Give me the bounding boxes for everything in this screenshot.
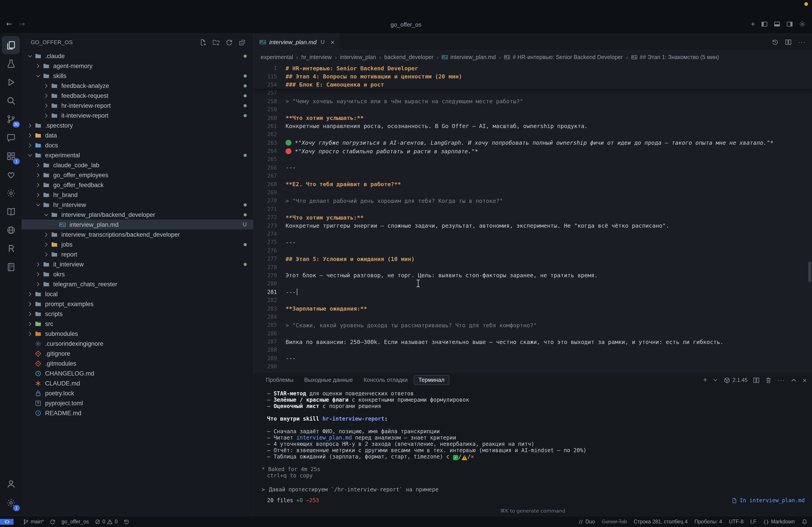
code-line-258[interactable]: 258> "Чему хочешь научиться или в чём вы… bbox=[253, 97, 812, 105]
terminal-prompt-line[interactable]: > Давай протестируем `/hr-interview-repo… bbox=[253, 484, 812, 495]
breadcrumb-item-4[interactable]: interview_plan.md bbox=[442, 54, 496, 60]
code-line-270[interactable]: 270> "Что делает рабочий день хорошим дл… bbox=[253, 197, 812, 205]
status-cursor-tab[interactable]: Cursor Tab bbox=[601, 519, 627, 524]
activity-search[interactable] bbox=[2, 91, 20, 109]
panel-more-actions-icon[interactable]: ··· bbox=[777, 376, 785, 383]
code-line-262[interactable]: 262 bbox=[253, 130, 812, 139]
code-line-282[interactable]: 282 bbox=[253, 296, 812, 304]
tree-item-feedback-analyze[interactable]: feedback-analyze bbox=[21, 81, 253, 91]
scrollbar-thumb[interactable] bbox=[808, 261, 811, 282]
breadcrumb-item-1[interactable]: hr_interview bbox=[301, 54, 332, 60]
tree-item-skills[interactable]: skills bbox=[21, 71, 253, 81]
activity-account[interactable] bbox=[2, 475, 20, 493]
code-editor[interactable]: 1# HR-интервью: Senior Backend Developer… bbox=[253, 64, 812, 372]
code-line-265[interactable]: 265 bbox=[253, 155, 812, 164]
tree-item-interview-plan-backend-developer[interactable]: interview_plan/backend_developer bbox=[21, 210, 253, 220]
tree-item-go-offer-feedback[interactable]: go_offer_feedback bbox=[21, 180, 253, 190]
new-window-button[interactable]: + bbox=[751, 20, 755, 28]
code-line-115[interactable]: 115## Этап 4: Вопросы по мотивации и цен… bbox=[253, 72, 812, 81]
activity-source-control[interactable]: 20 bbox=[2, 110, 20, 128]
close-panel-icon[interactable]: × bbox=[802, 376, 807, 384]
status-indentation[interactable]: Пробелы: 4 bbox=[695, 519, 722, 524]
tree-item-docs[interactable]: docs bbox=[21, 140, 253, 150]
status-encoding[interactable]: UTF-8 bbox=[729, 519, 743, 524]
code-line-275[interactable]: 275--- bbox=[253, 238, 812, 246]
code-line-283[interactable]: 283**Зарплатные ожидания:** bbox=[253, 304, 812, 313]
tree-item-local[interactable]: local bbox=[21, 289, 253, 299]
tree-item-telegram-chats-reester[interactable]: telegram_chats_reester bbox=[21, 279, 253, 289]
tree-item-changelog.md[interactable]: CHANGELOG.md bbox=[21, 368, 253, 378]
code-line-290[interactable]: 290 bbox=[253, 362, 812, 371]
collapse-folders-icon[interactable] bbox=[238, 39, 246, 46]
code-line-279[interactable]: 279Этот блок — честный разговор, не торг… bbox=[253, 271, 812, 280]
tree-item-claude.md[interactable]: CLAUDE.md bbox=[21, 378, 253, 388]
code-line-288[interactable]: 288 bbox=[253, 346, 812, 354]
status-duo[interactable]: Duo bbox=[578, 519, 595, 525]
tree-item-pyproject.toml[interactable]: pyproject.toml bbox=[21, 398, 253, 408]
code-line-1[interactable]: 1# HR-интервью: Senior Backend Developer bbox=[253, 64, 812, 72]
close-tab-icon[interactable]: × bbox=[331, 38, 334, 46]
activity-testing[interactable] bbox=[2, 55, 20, 73]
code-line-264[interactable]: 264 *"Хочу просто стабильно работать и р… bbox=[253, 147, 812, 155]
toggle-sidebar-icon[interactable] bbox=[761, 20, 768, 27]
split-editor-icon[interactable] bbox=[785, 39, 792, 45]
activity-health[interactable] bbox=[2, 165, 20, 183]
tree-item-experimental[interactable]: experimental bbox=[21, 150, 253, 160]
code-line-260[interactable]: 260**Что хотим услышать:** bbox=[253, 114, 812, 122]
tree-item-scripts[interactable]: scripts bbox=[21, 309, 253, 319]
settings-gear-icon[interactable] bbox=[799, 20, 806, 27]
activity-explorer[interactable] bbox=[2, 36, 20, 54]
activity-run-debug[interactable] bbox=[2, 73, 20, 91]
tree-item-.gitignore[interactable]: .gitignore bbox=[21, 348, 253, 358]
tree-item-claude-code-lab[interactable]: claude_code_lab bbox=[21, 160, 253, 170]
code-line-263[interactable]: 263 *"Хочу глубже погрузиться в AI-агент… bbox=[253, 139, 812, 147]
tree-item-data[interactable]: data bbox=[21, 130, 253, 140]
terminal-profile-dropdown-icon[interactable] bbox=[713, 377, 718, 383]
split-terminal-icon[interactable] bbox=[753, 377, 760, 383]
code-line-280[interactable]: 280 bbox=[253, 280, 812, 288]
status-remote[interactable] bbox=[0, 519, 14, 525]
tree-item-hr-interview-report[interactable]: hr-interview-report bbox=[21, 101, 253, 110]
code-line-278[interactable]: 278 bbox=[253, 263, 812, 271]
code-line-284[interactable]: 284 bbox=[253, 313, 812, 321]
activity-extensions[interactable]: 1 bbox=[2, 147, 20, 165]
new-file-icon[interactable] bbox=[199, 39, 207, 46]
activity-settings[interactable]: 1 bbox=[2, 494, 20, 512]
refresh-explorer-icon[interactable] bbox=[226, 39, 233, 46]
tree-item-readme.md[interactable]: README.md bbox=[21, 408, 253, 418]
toggle-secondary-sidebar-icon[interactable] bbox=[786, 20, 793, 27]
status-problems[interactable]: 00 bbox=[95, 519, 118, 525]
tree-item-it-interview-report[interactable]: it-interview-report bbox=[21, 110, 253, 120]
tree-item-poetry.lock[interactable]: poetry.lock bbox=[21, 388, 253, 398]
tree-item-interview-plan.md[interactable]: interview_plan.mdU bbox=[21, 220, 253, 229]
code-line-266[interactable]: 266--- bbox=[253, 163, 812, 172]
tree-item-interview-transcriptions-backend-developer[interactable]: interview_transcriptions/backend_develop… bbox=[21, 229, 253, 239]
code-line-259[interactable]: 259 bbox=[253, 105, 812, 114]
activity-web[interactable] bbox=[2, 221, 20, 239]
panel-tab-3[interactable]: Терминал bbox=[414, 375, 449, 385]
tree-item-okrs[interactable]: okrs bbox=[21, 269, 253, 279]
code-line-269[interactable]: 269 bbox=[253, 189, 812, 197]
tree-item-hr-interview[interactable]: hr_interview bbox=[21, 200, 253, 210]
nav-back-button[interactable]: ← bbox=[6, 20, 12, 28]
tree-item-.specstory[interactable]: .specstory bbox=[21, 120, 253, 130]
status-notifications[interactable] bbox=[802, 519, 808, 525]
code-line-274[interactable]: 274 bbox=[253, 230, 812, 238]
kill-terminal-icon[interactable] bbox=[765, 377, 772, 383]
panel-tab-0[interactable]: Проблемы bbox=[261, 375, 299, 385]
tree-item-report[interactable]: report bbox=[21, 249, 253, 259]
tree-item-.gitmodules[interactable]: .gitmodules bbox=[21, 358, 253, 368]
code-line-276[interactable]: 276 bbox=[253, 246, 812, 255]
new-terminal-icon[interactable]: + bbox=[703, 376, 707, 383]
toggle-panel-icon[interactable] bbox=[774, 20, 780, 27]
activity-tools[interactable] bbox=[2, 184, 20, 202]
tree-item-agent-memory[interactable]: agent-memory bbox=[21, 61, 253, 71]
code-line-268[interactable]: 268**E2. Что тебя драйвит в работе?** bbox=[253, 180, 812, 189]
status-eol[interactable]: LF bbox=[751, 519, 756, 524]
status-project[interactable]: go_offer_os bbox=[61, 519, 89, 524]
code-line-287[interactable]: 287Вилка по вакансии: 250–300k. Если наз… bbox=[253, 338, 812, 346]
activity-chat[interactable] bbox=[2, 129, 20, 147]
tree-item-.claude[interactable]: .claude bbox=[21, 51, 253, 61]
code-line-271[interactable]: 271 bbox=[253, 205, 812, 213]
code-line-257[interactable]: 257 bbox=[253, 89, 812, 97]
